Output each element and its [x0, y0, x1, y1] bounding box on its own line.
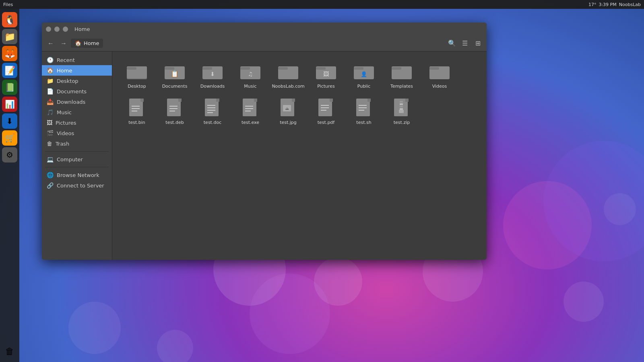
close-button[interactable] [46, 27, 51, 32]
taskbar-user: NoobsLab [619, 2, 641, 7]
sidebar-label-trash: Trash [56, 141, 69, 147]
file-item-test-exe[interactable]: test.exe [232, 94, 268, 129]
svg-rect-48 [245, 108, 253, 109]
sidebar-sep-2 [45, 167, 109, 167]
dock-settings[interactable]: ⚙ [2, 147, 17, 162]
file-item-test-zip[interactable]: test.zip [384, 94, 420, 129]
home-nav-icon: 🏠 [47, 67, 54, 74]
svg-text:👤: 👤 [361, 71, 367, 78]
sidebar-item-connect-server[interactable]: 🔗 Connect to Server [42, 180, 112, 191]
file-label-videos: Videos [432, 84, 447, 89]
grid-view-button[interactable]: ⊞ [472, 38, 483, 49]
sidebar-item-computer[interactable]: 💻 Computer [42, 154, 112, 165]
svg-rect-36 [169, 111, 175, 111]
sidebar-label-recent: Recent [57, 57, 75, 63]
folder-icon-public: 👤 [353, 61, 374, 82]
minimize-button[interactable] [54, 27, 60, 32]
svg-rect-66 [359, 110, 364, 111]
search-button[interactable]: 🔍 [446, 38, 458, 49]
svg-rect-69 [405, 99, 409, 102]
sidebar-item-music[interactable]: 🎵 Music [42, 107, 112, 117]
file-label-templates: Templates [390, 84, 413, 89]
taskbar-right: 17° 3:39 PM NoobsLab [588, 2, 641, 7]
sidebar-label-home: Home [57, 68, 72, 74]
file-item-templates[interactable]: Templates [384, 58, 420, 93]
toolbar-actions: 🔍 ☰ ⊞ [446, 38, 483, 49]
dock-firefox[interactable]: 🦊 [2, 46, 17, 61]
sidebar-item-browse-network[interactable]: 🌐 Browse Network [42, 170, 112, 180]
folder-icon-desktop [126, 61, 147, 82]
svg-rect-33 [178, 99, 182, 102]
sidebar-item-desktop[interactable]: 📁 Desktop [42, 76, 112, 86]
dock-calc[interactable]: 📗 [2, 80, 17, 95]
sidebar-item-downloads[interactable]: 📥 Downloads [42, 97, 112, 107]
dock-amazon[interactable]: 🛒 [2, 130, 17, 146]
dock-files[interactable]: 📁 [2, 29, 17, 44]
back-button[interactable]: ← [45, 38, 56, 49]
svg-rect-65 [359, 107, 367, 108]
location-bar[interactable]: 🏠 Home [71, 39, 103, 48]
sidebar: 🕐 Recent 🏠 Home 📁 Desktop 📄 Documents 📥 … [42, 51, 112, 260]
dock-impress[interactable]: 📊 [2, 97, 17, 112]
file-item-test-bin[interactable]: test.bin [119, 94, 155, 129]
svg-rect-8 [202, 67, 212, 70]
dock-ubuntu[interactable]: 🐧 [2, 12, 17, 27]
svg-rect-29 [132, 108, 140, 109]
maximize-button[interactable] [63, 27, 68, 32]
file-label-test-deb: test.deb [165, 120, 184, 125]
file-label-test-sh: test.sh [356, 120, 371, 125]
svg-rect-19 [354, 67, 363, 70]
svg-rect-42 [207, 110, 215, 111]
sidebar-item-trash[interactable]: 🗑 Trash [42, 138, 112, 149]
sidebar-item-documents[interactable]: 📄 Documents [42, 86, 112, 97]
file-item-desktop[interactable]: Desktop [119, 58, 155, 93]
sidebar-item-videos[interactable]: 🎬 Videos [42, 128, 112, 138]
taskbar-app-title: Files [3, 2, 13, 7]
svg-rect-14 [278, 67, 288, 70]
sidebar-label-computer: Computer [57, 156, 83, 162]
svg-rect-27 [140, 99, 144, 102]
file-item-videos[interactable]: Videos [421, 58, 458, 93]
sidebar-label-desktop: Desktop [57, 78, 78, 84]
svg-rect-11 [240, 67, 250, 70]
sidebar-label-music: Music [57, 109, 72, 115]
file-label-noobslab: NoobsLab.com [272, 84, 304, 89]
file-icon-test-exe [240, 97, 261, 118]
sidebar-label-browse-network: Browse Network [57, 172, 99, 178]
file-item-pictures[interactable]: 🖼 Pictures [308, 58, 344, 93]
list-view-button[interactable]: ☰ [459, 38, 471, 49]
svg-rect-3 [127, 67, 136, 70]
forward-button[interactable]: → [58, 38, 69, 49]
sidebar-item-pictures[interactable]: 🖼 Pictures [42, 117, 112, 128]
file-item-test-doc[interactable]: test.doc [194, 94, 231, 129]
file-item-music[interactable]: ♫ Music [232, 58, 268, 93]
file-item-public[interactable]: 👤 Public [346, 58, 382, 93]
folder-icon-noobslab [278, 61, 299, 82]
svg-text:⬇: ⬇ [210, 71, 215, 77]
file-label-public: Public [357, 84, 371, 89]
sidebar-label-pictures: Pictures [56, 120, 76, 126]
file-item-documents[interactable]: 📋 Documents [157, 58, 193, 93]
dock-writer[interactable]: 📝 [2, 63, 17, 78]
file-label-test-exe: test.exe [242, 120, 259, 125]
dock-download[interactable]: ⬇ [2, 113, 17, 129]
file-item-test-deb[interactable]: test.deb [157, 94, 193, 129]
sidebar-item-recent[interactable]: 🕐 Recent [42, 55, 112, 65]
svg-rect-63 [367, 99, 371, 102]
dock-trash[interactable]: 🗑 [2, 343, 17, 359]
file-label-downloads: Downloads [200, 84, 225, 89]
file-item-noobslab[interactable]: NoobsLab.com [270, 58, 306, 93]
content-area: 🕐 Recent 🏠 Home 📁 Desktop 📄 Documents 📥 … [42, 51, 487, 260]
file-label-pictures: Pictures [317, 84, 335, 89]
file-item-test-pdf[interactable]: test.pdf [308, 94, 344, 129]
file-item-test-jpg[interactable]: ⛰ test.jpg [270, 94, 306, 129]
file-label-test-jpg: test.jpg [280, 120, 297, 125]
sidebar-item-home[interactable]: 🏠 Home [42, 65, 112, 76]
file-item-downloads[interactable]: ⬇ Downloads [194, 58, 231, 93]
svg-rect-60 [321, 110, 326, 111]
svg-text:📋: 📋 [171, 70, 179, 78]
file-item-test-sh[interactable]: test.sh [346, 94, 382, 129]
svg-rect-39 [216, 99, 219, 102]
browse-network-icon: 🌐 [47, 172, 54, 178]
file-label-test-pdf: test.pdf [318, 120, 334, 125]
